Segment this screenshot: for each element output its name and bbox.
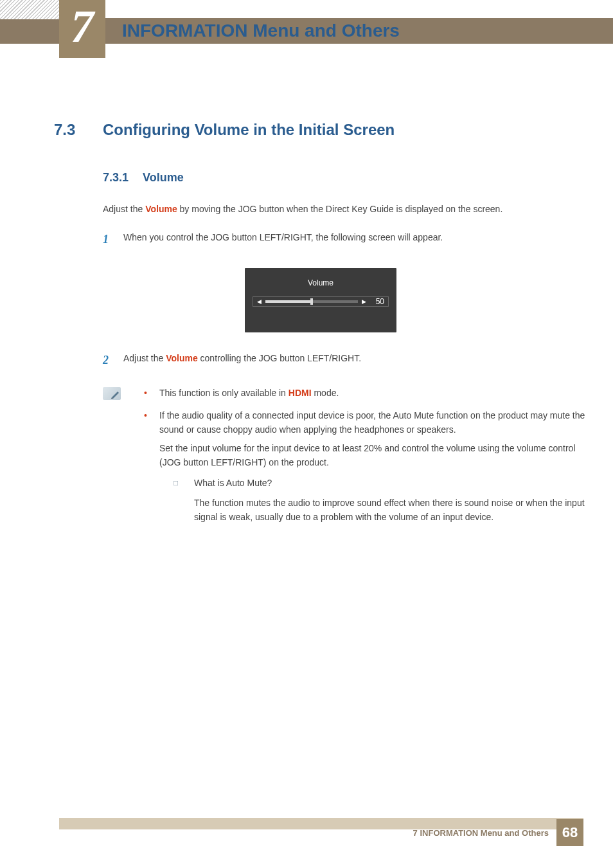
chapter-number: 7 <box>71 3 94 50</box>
subsection-number: 7.3.1 <box>103 171 143 185</box>
osd-slider-row: ◀ ▶ 50 <box>253 296 389 307</box>
step2-suffix: controlling the JOG button LEFT/RIGHT. <box>198 353 361 363</box>
sub-question: What is Auto Mute? <box>194 476 587 490</box>
osd-volume-panel: Volume ◀ ▶ 50 <box>245 268 396 332</box>
osd-track-empty <box>312 300 358 303</box>
bullet-icon: • <box>144 408 159 525</box>
sub-note: □ What is Auto Mute? The function mutes … <box>173 476 587 524</box>
intro-prefix: Adjust the <box>103 204 145 214</box>
step-text: Adjust the Volume controlling the JOG bu… <box>123 352 361 370</box>
osd-track-fill <box>265 300 312 303</box>
footer-text: 7 INFORMATION Menu and Others <box>413 828 549 838</box>
step2-keyword: Volume <box>166 353 198 363</box>
step-text: When you control the JOG button LEFT/RIG… <box>123 231 443 249</box>
chapter-title-wrap: INFORMATION Menu and Others <box>122 18 400 44</box>
footer: 7 INFORMATION Menu and Others 68 <box>413 819 583 846</box>
header-hatch-decoration <box>0 0 64 19</box>
step-2: 2 Adjust the Volume controlling the JOG … <box>103 352 587 370</box>
sub-bullet-icon: □ <box>173 476 194 524</box>
page-number-box: 68 <box>556 819 583 846</box>
note-icon <box>103 387 121 400</box>
sub-note-text: What is Auto Mute? The function mutes th… <box>194 476 587 524</box>
sub-answer: The function mutes the audio to improve … <box>194 496 587 525</box>
osd-slider-track <box>265 300 358 303</box>
note-item-2: • If the audio quality of a connected in… <box>144 408 587 525</box>
right-arrow-icon: ▶ <box>362 298 366 305</box>
note-list: • This function is only available in HDM… <box>144 386 587 532</box>
chapter-number-box: 7 <box>59 0 105 58</box>
note-text: This function is only available in HDMI … <box>159 386 587 400</box>
note2-line1: If the audio quality of a connected inpu… <box>159 408 587 437</box>
osd-value: 50 <box>371 297 384 306</box>
note-item-1: • This function is only available in HDM… <box>144 386 587 400</box>
section-number: 7.3 <box>54 121 103 139</box>
step-1: 1 When you control the JOG button LEFT/R… <box>103 231 587 249</box>
chapter-title: INFORMATION Menu and Others <box>122 21 400 41</box>
step-number: 1 <box>103 231 123 249</box>
step2-prefix: Adjust the <box>123 353 166 363</box>
intro-keyword: Volume <box>145 204 177 214</box>
note-block: • This function is only available in HDM… <box>103 386 587 532</box>
page-number: 68 <box>562 824 578 841</box>
bullet-icon: • <box>144 386 159 400</box>
note2-line2: Set the input volume for the input devic… <box>159 441 587 470</box>
intro-suffix: by moving the JOG button when the Direct… <box>177 204 503 214</box>
osd-slider-thumb <box>310 298 313 305</box>
section-heading: 7.3 Configuring Volume in the Initial Sc… <box>54 121 587 139</box>
intro-text: Adjust the Volume by moving the JOG butt… <box>103 203 587 217</box>
note1-suffix: mode. <box>312 388 339 398</box>
left-arrow-icon: ◀ <box>257 298 262 305</box>
note1-prefix: This function is only available in <box>159 388 289 398</box>
section-title: Configuring Volume in the Initial Screen <box>103 121 395 139</box>
step-number: 2 <box>103 352 123 370</box>
page-content: 7.3 Configuring Volume in the Initial Sc… <box>54 121 587 532</box>
subsection-title: Volume <box>143 171 184 185</box>
note1-keyword: HDMI <box>289 388 312 398</box>
osd-title: Volume <box>245 278 396 287</box>
note-text: If the audio quality of a connected inpu… <box>159 408 587 525</box>
subsection-heading: 7.3.1 Volume <box>103 171 587 185</box>
